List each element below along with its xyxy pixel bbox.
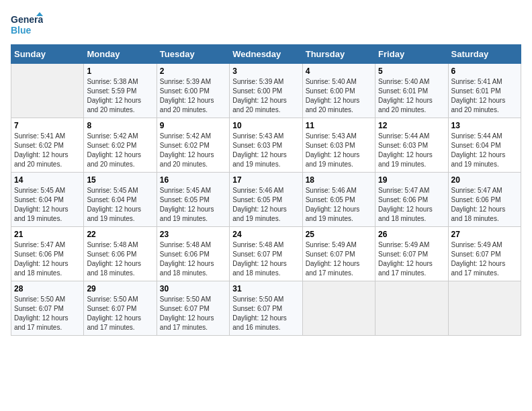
calendar-cell: 5Sunrise: 5:40 AM Sunset: 6:01 PM Daylig…: [375, 64, 448, 118]
day-info: Sunrise: 5:43 AM Sunset: 6:03 PM Dayligh…: [232, 132, 299, 169]
calendar-cell: 9Sunrise: 5:42 AM Sunset: 6:02 PM Daylig…: [157, 118, 229, 173]
weekday-header-saturday: Saturday: [448, 45, 521, 64]
day-number: 16: [160, 175, 226, 185]
day-info: Sunrise: 5:50 AM Sunset: 6:07 PM Dayligh…: [232, 295, 299, 332]
calendar-cell: 16Sunrise: 5:45 AM Sunset: 6:05 PM Dayli…: [157, 173, 229, 227]
day-number: 13: [451, 121, 518, 130]
day-number: 27: [451, 230, 518, 239]
day-number: 25: [306, 230, 372, 239]
calendar-cell: 29Sunrise: 5:50 AM Sunset: 6:07 PM Dayli…: [84, 281, 157, 336]
page-header: General Blue: [11, 11, 521, 38]
day-number: 23: [160, 230, 226, 239]
day-number: 3: [232, 66, 299, 76]
calendar-cell: 7Sunrise: 5:41 AM Sunset: 6:02 PM Daylig…: [11, 118, 84, 173]
day-info: Sunrise: 5:48 AM Sunset: 6:06 PM Dayligh…: [160, 240, 226, 278]
day-number: 18: [306, 175, 372, 185]
calendar-cell: 26Sunrise: 5:49 AM Sunset: 6:07 PM Dayli…: [375, 227, 448, 281]
calendar-cell: 20Sunrise: 5:47 AM Sunset: 6:06 PM Dayli…: [448, 173, 521, 227]
day-number: 5: [378, 66, 445, 76]
day-info: Sunrise: 5:49 AM Sunset: 6:07 PM Dayligh…: [378, 240, 445, 278]
day-info: Sunrise: 5:42 AM Sunset: 6:02 PM Dayligh…: [87, 132, 153, 169]
day-number: 28: [14, 284, 81, 293]
calendar-cell: 21Sunrise: 5:47 AM Sunset: 6:06 PM Dayli…: [11, 227, 84, 281]
day-number: 29: [87, 284, 153, 293]
calendar-cell: 11Sunrise: 5:43 AM Sunset: 6:03 PM Dayli…: [302, 118, 375, 173]
day-number: 26: [378, 230, 445, 239]
svg-text:Blue: Blue: [11, 25, 32, 36]
weekday-header-thursday: Thursday: [302, 45, 375, 64]
calendar-cell: 15Sunrise: 5:45 AM Sunset: 6:04 PM Dayli…: [84, 173, 157, 227]
calendar-table: SundayMondayTuesdayWednesdayThursdayFrid…: [11, 44, 521, 336]
day-info: Sunrise: 5:49 AM Sunset: 6:07 PM Dayligh…: [451, 240, 518, 278]
day-info: Sunrise: 5:43 AM Sunset: 6:03 PM Dayligh…: [306, 132, 372, 169]
calendar-cell: 22Sunrise: 5:48 AM Sunset: 6:06 PM Dayli…: [84, 227, 157, 281]
calendar-cell: 2Sunrise: 5:39 AM Sunset: 6:00 PM Daylig…: [157, 64, 229, 118]
calendar-cell: 17Sunrise: 5:46 AM Sunset: 6:05 PM Dayli…: [230, 173, 302, 227]
day-info: Sunrise: 5:44 AM Sunset: 6:03 PM Dayligh…: [378, 132, 445, 169]
day-number: 4: [306, 66, 372, 76]
day-number: 19: [378, 175, 445, 185]
calendar-cell: 18Sunrise: 5:46 AM Sunset: 6:05 PM Dayli…: [302, 173, 375, 227]
calendar-cell: 10Sunrise: 5:43 AM Sunset: 6:03 PM Dayli…: [230, 118, 302, 173]
day-number: 22: [87, 230, 153, 239]
calendar-cell: 1Sunrise: 5:38 AM Sunset: 5:59 PM Daylig…: [84, 64, 157, 118]
day-info: Sunrise: 5:41 AM Sunset: 6:02 PM Dayligh…: [14, 132, 81, 169]
day-number: 30: [160, 284, 226, 293]
day-info: Sunrise: 5:45 AM Sunset: 6:04 PM Dayligh…: [14, 186, 81, 224]
day-info: Sunrise: 5:50 AM Sunset: 6:07 PM Dayligh…: [87, 295, 153, 332]
day-info: Sunrise: 5:47 AM Sunset: 6:06 PM Dayligh…: [451, 186, 518, 224]
logo: General Blue: [11, 11, 46, 38]
calendar-week-4: 21Sunrise: 5:47 AM Sunset: 6:06 PM Dayli…: [11, 227, 521, 281]
day-number: 11: [306, 121, 372, 130]
day-info: Sunrise: 5:46 AM Sunset: 6:05 PM Dayligh…: [306, 186, 372, 224]
calendar-cell: 24Sunrise: 5:48 AM Sunset: 6:07 PM Dayli…: [230, 227, 302, 281]
calendar-cell: 28Sunrise: 5:50 AM Sunset: 6:07 PM Dayli…: [11, 281, 84, 336]
day-number: 12: [378, 121, 445, 130]
day-info: Sunrise: 5:48 AM Sunset: 6:06 PM Dayligh…: [87, 240, 153, 278]
calendar-cell: 23Sunrise: 5:48 AM Sunset: 6:06 PM Dayli…: [157, 227, 229, 281]
weekday-header-wednesday: Wednesday: [230, 45, 302, 64]
weekday-header-monday: Monday: [84, 45, 157, 64]
day-number: 15: [87, 175, 153, 185]
day-info: Sunrise: 5:41 AM Sunset: 6:01 PM Dayligh…: [451, 77, 518, 115]
day-info: Sunrise: 5:45 AM Sunset: 6:05 PM Dayligh…: [160, 186, 226, 224]
day-number: 21: [14, 230, 81, 239]
day-info: Sunrise: 5:38 AM Sunset: 5:59 PM Dayligh…: [87, 77, 153, 115]
day-info: Sunrise: 5:46 AM Sunset: 6:05 PM Dayligh…: [232, 186, 299, 224]
day-number: 9: [160, 121, 226, 130]
day-info: Sunrise: 5:50 AM Sunset: 6:07 PM Dayligh…: [14, 295, 81, 332]
calendar-cell: 12Sunrise: 5:44 AM Sunset: 6:03 PM Dayli…: [375, 118, 448, 173]
calendar-cell: 8Sunrise: 5:42 AM Sunset: 6:02 PM Daylig…: [84, 118, 157, 173]
day-number: 24: [232, 230, 299, 239]
calendar-cell: 30Sunrise: 5:50 AM Sunset: 6:07 PM Dayli…: [157, 281, 229, 336]
day-info: Sunrise: 5:49 AM Sunset: 6:07 PM Dayligh…: [306, 240, 372, 278]
day-number: 17: [232, 175, 299, 185]
day-number: 1: [87, 66, 153, 76]
day-info: Sunrise: 5:48 AM Sunset: 6:07 PM Dayligh…: [232, 240, 299, 278]
calendar-cell: [302, 281, 375, 336]
calendar-week-1: 1Sunrise: 5:38 AM Sunset: 5:59 PM Daylig…: [11, 64, 521, 118]
calendar-cell: 27Sunrise: 5:49 AM Sunset: 6:07 PM Dayli…: [448, 227, 521, 281]
weekday-header-sunday: Sunday: [11, 45, 84, 64]
weekday-header-tuesday: Tuesday: [157, 45, 229, 64]
day-info: Sunrise: 5:40 AM Sunset: 6:00 PM Dayligh…: [306, 77, 372, 115]
day-info: Sunrise: 5:50 AM Sunset: 6:07 PM Dayligh…: [160, 295, 226, 332]
calendar-week-2: 7Sunrise: 5:41 AM Sunset: 6:02 PM Daylig…: [11, 118, 521, 173]
calendar-cell: 3Sunrise: 5:39 AM Sunset: 6:00 PM Daylig…: [230, 64, 302, 118]
day-number: 31: [232, 284, 299, 293]
day-info: Sunrise: 5:47 AM Sunset: 6:06 PM Dayligh…: [14, 240, 81, 278]
day-number: 10: [232, 121, 299, 130]
day-number: 20: [451, 175, 518, 185]
calendar-cell: 6Sunrise: 5:41 AM Sunset: 6:01 PM Daylig…: [448, 64, 521, 118]
day-info: Sunrise: 5:39 AM Sunset: 6:00 PM Dayligh…: [232, 77, 299, 115]
day-number: 8: [87, 121, 153, 130]
calendar-cell: [11, 64, 84, 118]
day-number: 14: [14, 175, 81, 185]
calendar-week-5: 28Sunrise: 5:50 AM Sunset: 6:07 PM Dayli…: [11, 281, 521, 336]
day-info: Sunrise: 5:44 AM Sunset: 6:04 PM Dayligh…: [451, 132, 518, 169]
calendar-cell: 25Sunrise: 5:49 AM Sunset: 6:07 PM Dayli…: [302, 227, 375, 281]
calendar-cell: 4Sunrise: 5:40 AM Sunset: 6:00 PM Daylig…: [302, 64, 375, 118]
calendar-week-3: 14Sunrise: 5:45 AM Sunset: 6:04 PM Dayli…: [11, 173, 521, 227]
day-info: Sunrise: 5:39 AM Sunset: 6:00 PM Dayligh…: [160, 77, 226, 115]
calendar-cell: 13Sunrise: 5:44 AM Sunset: 6:04 PM Dayli…: [448, 118, 521, 173]
